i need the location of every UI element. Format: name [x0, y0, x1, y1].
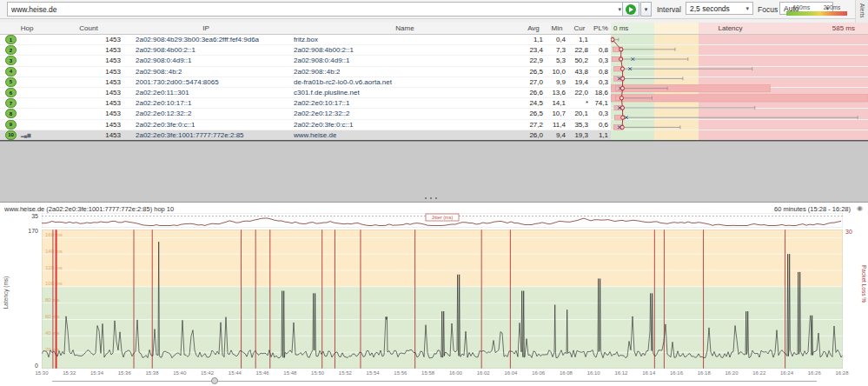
splitter-handle[interactable]	[425, 197, 437, 199]
ip-cell: 2a02:2e0:3fe:0:c::1	[123, 120, 288, 130]
graph-title: www.heise.de (2a02:2e0:3fe:1001:7777:772…	[4, 205, 174, 213]
x-tick-15:42: 15:42	[196, 370, 219, 376]
focus-label: Focus	[758, 5, 778, 14]
avg-cell: 26,5	[521, 109, 546, 118]
avg-cell: 1,1	[521, 35, 546, 44]
min-cell: 9,4	[546, 130, 568, 140]
hop-cell: 7	[0, 98, 54, 108]
x-tick-15:54: 15:54	[361, 370, 384, 376]
name-cell: 2a02:908:0:4d9::1	[288, 56, 521, 65]
right-axis-title: Packet Loss %	[861, 265, 867, 303]
timeline-scrollbar-track[interactable]	[52, 381, 817, 382]
header-hop[interactable]: Hop	[0, 23, 54, 34]
avg-cell: 22,9	[521, 56, 546, 65]
header-cur[interactable]: Cur	[568, 23, 591, 34]
x-tick-16:26: 16:26	[803, 370, 825, 376]
ip-value: 2a02:908:4b00:2::1	[136, 46, 195, 54]
avg-cell: 26,5	[521, 67, 546, 77]
x-tick-16:00: 16:00	[444, 370, 467, 376]
x-tick-15:30: 15:30	[30, 370, 53, 376]
header-latency[interactable]: 0 ms Latency 585 ms	[611, 23, 868, 34]
ip-value: 2a02:2e0:11::301	[136, 89, 189, 96]
pingplotter-window: www.heise.de ▾ ▾ Interval 2,5 seconds ▾ …	[0, 0, 868, 386]
min-cell: 11,4	[546, 120, 568, 130]
hop-number-badge: 8	[5, 109, 17, 118]
y-axis-max-label: 170	[23, 228, 38, 234]
header-name[interactable]: Name	[288, 23, 521, 34]
x-tick-15:44: 15:44	[223, 370, 246, 376]
count-cell: 1453	[54, 88, 123, 97]
right-axis-max-label: 30	[845, 229, 852, 235]
name-cell: 2a02:2e0:12:32::2	[288, 109, 521, 118]
x-tick-16:16: 16:16	[665, 370, 687, 376]
svg-text:40 ms: 40 ms	[45, 330, 59, 336]
interval-select[interactable]: 2,5 seconds ▾	[686, 2, 753, 15]
header-ip[interactable]: IP	[123, 23, 288, 34]
pl-cell: 0,8	[591, 45, 611, 55]
latency-timeline-chart[interactable]: 20 ms40 ms60 ms80 ms100 ms120 ms140 ms16…	[42, 230, 843, 369]
hop-number-badge: 7	[5, 98, 17, 108]
pl-cell: 0,3	[591, 109, 611, 118]
ip-cell: 2a02:2e0:12:32::2	[123, 109, 288, 118]
graph-duration-label[interactable]: 60 minutes (15:28 - 16:28)	[774, 205, 851, 213]
name-value: 2a02:2e0:12:32::2	[294, 110, 350, 117]
count-cell: 1453	[54, 56, 123, 65]
header-min[interactable]: Min	[546, 23, 568, 34]
header-count[interactable]: Count	[54, 23, 123, 34]
count-cell: 1453	[54, 67, 123, 77]
header-pl[interactable]: PL%	[591, 23, 611, 34]
x-tick-15:52: 15:52	[334, 370, 356, 376]
min-cell: 10,0	[546, 67, 568, 77]
svg-text:160 ms: 160 ms	[45, 232, 63, 237]
avg-cell: 23,4	[521, 45, 546, 55]
count-cell: 1453	[54, 45, 123, 55]
start-trace-button[interactable]	[622, 2, 639, 17]
name-cell: de-fra01b-rc2-lo0-0.v6.aorta.net	[288, 77, 521, 87]
latency-scale-min: 0 ms	[613, 24, 628, 32]
ip-cell: 2a02:908:4b29:3b00:3ea6:2fff:fef4:9d6a	[123, 35, 288, 44]
ip-cell: 2a02:2e0:10:17::1	[123, 98, 288, 108]
svg-text:120 ms: 120 ms	[45, 265, 63, 270]
trace-options-dropdown-button[interactable]: ▾	[640, 2, 652, 17]
hop-cell: 2	[0, 45, 54, 55]
ip-cell: 2001:730:2d00::5474:8065	[123, 77, 288, 87]
ip-value: 2a02:2e0:12:32::2	[136, 110, 192, 117]
cur-cell: 20,1	[568, 109, 591, 118]
name-cell: 2a02:908::4b:2	[288, 67, 521, 77]
pl-cell: 74,1	[591, 98, 611, 108]
hop-number-badge: 10	[5, 130, 17, 140]
timeline-scrollbar-handle[interactable]	[211, 377, 218, 384]
name-value: de-fra01b-rc2-lo0-0.v6.aorta.net	[294, 78, 392, 86]
chevron-down-icon[interactable]: ▾	[618, 6, 621, 13]
avg-cell: 26,0	[521, 130, 546, 140]
x-tick-16:14: 16:14	[638, 370, 660, 376]
cur-cell: 19,3	[568, 130, 591, 140]
x-tick-15:58: 15:58	[417, 370, 440, 376]
name-cell: 2a02:2e0:10:17::1	[288, 98, 521, 108]
x-tick-16:08: 16:08	[554, 370, 577, 376]
name-value: c301.f.de.plusline.net	[294, 89, 360, 96]
x-tick-15:36: 15:36	[113, 370, 136, 376]
name-value: 2a02:2e0:3fe:0:c::1	[294, 121, 354, 129]
collapse-graph-icon[interactable]: ◉	[857, 204, 863, 212]
x-tick-16:10: 16:10	[582, 370, 605, 376]
target-address-combobox[interactable]: www.heise.de ▾	[7, 2, 624, 17]
x-tick-16:12: 16:12	[610, 370, 633, 376]
ip-value: 2a02:2e0:10:17::1	[136, 99, 192, 107]
interval-value: 2,5 seconds	[690, 4, 730, 13]
legend-100ms-label: 100ms	[793, 4, 811, 10]
header-avg[interactable]: Avg	[521, 23, 546, 34]
svg-text:100 ms: 100 ms	[45, 281, 63, 286]
timeline-graph-panel: www.heise.de (2a02:2e0:3fe:1001:7777:772…	[0, 202, 868, 386]
name-cell: 2a02:2e0:3fe:0:c::1	[288, 120, 521, 130]
name-cell: fritz.box	[288, 35, 521, 44]
x-tick-16:28: 16:28	[831, 370, 853, 376]
name-cell: www.heise.de	[288, 130, 521, 140]
min-cell: 13,6	[546, 88, 568, 97]
ip-cell: 2a02:908:0:4d9::1	[123, 56, 288, 65]
min-cell: 9,9	[546, 77, 568, 87]
x-tick-15:40: 15:40	[169, 370, 191, 376]
name-value: fritz.box	[294, 36, 318, 43]
ip-value: 2001:730:2d00::5474:8065	[136, 78, 219, 86]
min-cell: 7,3	[546, 45, 568, 55]
